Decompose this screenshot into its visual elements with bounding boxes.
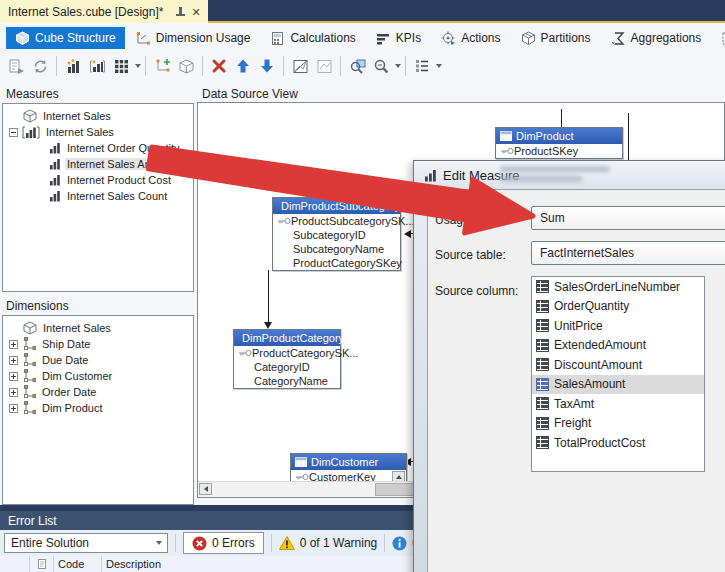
source-column-option[interactable]: SalesOrderLineNumber — [532, 277, 704, 297]
source-column-option[interactable]: Freight — [532, 414, 704, 434]
expand-icon[interactable] — [9, 388, 18, 397]
measure-item[interactable]: Internet Sales Count — [49, 188, 169, 204]
source-column-option[interactable]: DiscountAmount — [532, 355, 704, 375]
tab-aggregations[interactable]: Aggregations — [602, 27, 711, 49]
measure-group-node[interactable]: Internet Sales — [9, 124, 116, 140]
source-column-option[interactable]: OrderQuantity — [532, 297, 704, 317]
chevron-down-icon — [156, 541, 162, 545]
code-column-header[interactable]: Code — [54, 556, 102, 572]
dsv-horizontal-scrollbar[interactable] — [198, 481, 414, 497]
scroll-left-button[interactable] — [199, 483, 212, 495]
table-dim-product-subcategory[interactable]: DimProductSubcategory ProductSubcategory… — [272, 197, 401, 271]
scrollbar-thumb[interactable] — [375, 483, 415, 496]
table-column[interactable]: SubcategoryID — [273, 228, 400, 242]
dimension-node[interactable]: Dim Customer — [9, 368, 114, 384]
measures-cube-node[interactable]: Internet Sales — [23, 108, 113, 124]
close-icon[interactable]: ✕ — [190, 6, 202, 18]
collapse-icon[interactable] — [9, 128, 18, 137]
pin-icon[interactable] — [174, 6, 186, 18]
table-column[interactable]: CategoryID — [234, 360, 340, 374]
measure-group-icon — [22, 126, 40, 139]
table-column[interactable]: SubcategoryName — [273, 242, 400, 256]
relationship-line — [628, 113, 629, 165]
source-column-option[interactable]: TaxAmt — [532, 394, 704, 414]
dimension-node[interactable]: Ship Date — [9, 336, 92, 352]
severity-column-header[interactable] — [30, 556, 54, 572]
delete-icon[interactable] — [207, 54, 231, 78]
source-column-list[interactable]: SalesOrderLineNumber OrderQuantity UnitP… — [531, 276, 705, 472]
expand-icon[interactable] — [9, 372, 18, 381]
table-dim-product-category[interactable]: DimProductCategory ProductCategorySK... … — [233, 329, 341, 389]
column-icon — [536, 319, 549, 332]
errors-filter-button[interactable]: 0 Errors — [183, 532, 264, 554]
table-column[interactable]: ProductCategorySKey — [273, 256, 400, 270]
dimension-node[interactable]: Order Date — [9, 384, 98, 400]
show-grid-icon[interactable] — [109, 54, 133, 78]
document-tab[interactable]: Internet Sales.cube [Design]* ✕ — [0, 0, 208, 23]
zoom-dropdown[interactable] — [395, 64, 401, 68]
new-measure-icon[interactable] — [61, 54, 85, 78]
measure-item-selected[interactable]: Internet Sales Amount — [49, 156, 177, 172]
scope-filter-dropdown[interactable]: Entire Solution — [4, 533, 168, 553]
new-dimension-icon[interactable] — [150, 54, 174, 78]
tab-perspectives[interactable]: Perspectives — [712, 27, 725, 49]
edit-diagram-icon[interactable] — [288, 54, 312, 78]
measure-item[interactable]: Internet Product Cost — [49, 172, 173, 188]
dimensions-cube-node[interactable]: Internet Sales — [23, 320, 113, 336]
show-grid-dropdown[interactable] — [135, 64, 141, 68]
usage-label: Usage: — [435, 213, 473, 227]
tree-options-icon[interactable] — [410, 54, 434, 78]
aggregations-icon — [611, 31, 626, 46]
source-column-label: Source column: — [435, 284, 518, 298]
source-column-option[interactable]: UnitPrice — [532, 316, 704, 336]
table-header[interactable]: DimProductSubcategory — [273, 198, 400, 214]
expand-icon[interactable] — [9, 340, 18, 349]
source-column-option[interactable]: TotalProductCost — [532, 433, 704, 453]
table-column[interactable]: CategoryName — [234, 374, 340, 388]
table-column[interactable]: ProductSKey — [496, 144, 622, 158]
dimension-node[interactable]: Due Date — [9, 352, 90, 368]
column-icon — [536, 300, 549, 313]
move-down-icon[interactable] — [255, 54, 279, 78]
new-measure-group-icon[interactable] — [85, 54, 109, 78]
dialog-content: Usage: Sum Source table: FactInternetSal… — [427, 189, 725, 572]
zoom-selection-icon[interactable] — [345, 54, 369, 78]
table-header[interactable]: DimProduct — [496, 128, 622, 144]
table-header[interactable]: DimCustomer — [291, 454, 406, 470]
expand-icon[interactable] — [9, 404, 18, 413]
table-column[interactable]: ProductCategorySK... — [234, 346, 340, 360]
warnings-filter-button[interactable]: 0 of 1 Warning — [279, 536, 378, 550]
tab-partitions[interactable]: Partitions — [512, 27, 600, 49]
usage-dropdown[interactable]: Sum — [531, 206, 725, 230]
tab-dimension-usage[interactable]: Dimension Usage — [127, 27, 260, 49]
column-icon — [536, 397, 549, 410]
expand-icon[interactable] — [9, 356, 18, 365]
dimension-icon — [22, 337, 36, 351]
dimension-node[interactable]: Dim Product — [9, 400, 105, 416]
designer-tab-bar: Cube Structure Dimension Usage Calculati… — [0, 25, 725, 51]
add-cube-dimension-icon[interactable] — [174, 54, 198, 78]
process-cube-icon[interactable] — [4, 54, 28, 78]
source-column-option[interactable]: ExtendedAmount — [532, 336, 704, 356]
measure-item[interactable]: Internet Order Quantity — [49, 140, 182, 156]
tree-options-dropdown[interactable] — [436, 64, 442, 68]
tab-kpis[interactable]: KPIs — [367, 27, 430, 49]
source-column-option-selected[interactable]: SalesAmount — [532, 375, 704, 395]
dialog-titlebar[interactable]: Edit Measure — [414, 161, 725, 189]
column-icon — [536, 436, 549, 449]
zoom-icon[interactable] — [369, 54, 393, 78]
reconnect-icon[interactable] — [28, 54, 52, 78]
description-column-header[interactable]: Description — [102, 556, 422, 572]
tab-cube-structure[interactable]: Cube Structure — [6, 27, 125, 49]
source-table-dropdown[interactable]: FactInternetSales — [531, 241, 725, 265]
tab-calculations[interactable]: Calculations — [261, 27, 364, 49]
table-dim-product[interactable]: DimProduct ProductSKey — [495, 127, 623, 159]
table-column[interactable]: ProductSubcategorySK... — [273, 214, 400, 228]
column-icon — [536, 339, 549, 352]
dsv-panel-title: Data Source View — [202, 87, 298, 101]
actions-icon — [441, 31, 456, 46]
move-up-icon[interactable] — [231, 54, 255, 78]
table-header[interactable]: DimProductCategory — [234, 330, 340, 346]
tab-actions[interactable]: Actions — [432, 27, 509, 49]
row-selector-column — [0, 556, 30, 572]
